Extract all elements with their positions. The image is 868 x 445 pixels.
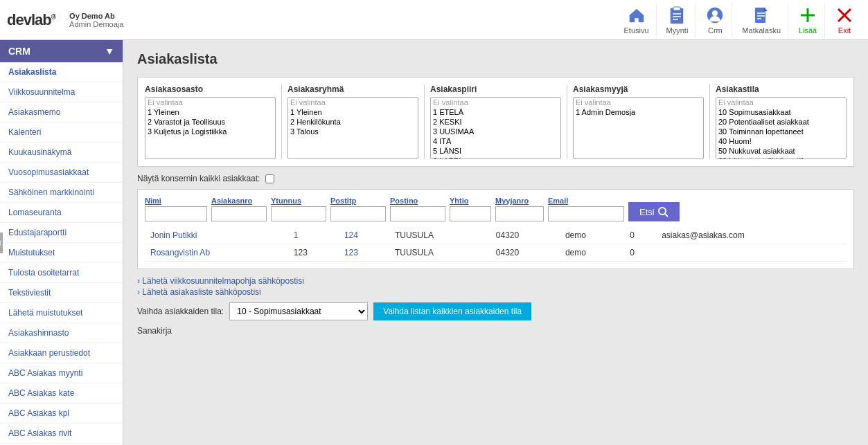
sidebar-item-asiakkaanperustiedot[interactable]: Asiakkaan perustiedot	[0, 343, 123, 363]
logo-text: devlab	[7, 11, 51, 28]
link-viikkosuunnitelma[interactable]: Lähetä viikkosuunnitelmapohja sähköposti…	[137, 276, 854, 286]
search-input-postitp[interactable]	[330, 206, 386, 221]
search-label-email[interactable]: Email	[548, 197, 624, 205]
filter-asiakasosasto-label: Asiakasosasto	[145, 84, 276, 94]
search-label-yhtio[interactable]: Yhtio	[450, 197, 491, 205]
result-nimi[interactable]: Jonin Putikki	[145, 227, 288, 244]
filter-asiakastila-select[interactable]: Ei valintaa 10 Sopimusasiakkaat 20 Poten…	[716, 97, 847, 159]
sidebar-item-abckpl[interactable]: ABC Asiakas kpl	[0, 403, 123, 424]
search-label-postitp[interactable]: Postitp	[330, 197, 386, 205]
change-status-button[interactable]: Vaihda listan kaikkien asiakkaiden tila	[373, 302, 531, 320]
filter-option[interactable]: 1 Admin Demosja	[574, 107, 703, 117]
sanakirja-label: Sanakirja	[137, 326, 854, 336]
status-change-label: Vaihda asiakkaiden tila:	[137, 307, 224, 316]
sidebar-item-edustajaraportti[interactable]: Edustajaraportti	[0, 223, 123, 243]
nav-lisaa[interactable]: Lisää	[791, 3, 825, 37]
search-label-nimi[interactable]: Nimi	[145, 197, 207, 205]
search-button[interactable]: Etsi	[628, 202, 680, 221]
sidebar-module-name: CRM	[8, 46, 30, 57]
filter-option[interactable]: 1 Yleinen	[145, 107, 275, 117]
filter-asiakastila-label: Asiakastila	[716, 84, 847, 94]
sidebar-item-kuukausinavakuma[interactable]: Kuukausinäkymä	[0, 143, 123, 163]
filter-option[interactable]: 3 Talous	[288, 127, 418, 136]
company-user: Admin Demoaja	[69, 20, 123, 28]
result-nimi[interactable]: Rosangvistin Ab	[145, 244, 288, 262]
result-postino: 04320	[490, 244, 560, 262]
filter-option[interactable]: Ei valintaa	[288, 98, 418, 107]
search-input-nimi[interactable]	[145, 206, 207, 221]
search-input-asiakasnro[interactable]	[211, 206, 267, 221]
filter-option[interactable]: 6 LAPPI	[431, 156, 560, 159]
filter-option[interactable]: 30 Toiminnan lopettaneet	[716, 127, 846, 136]
filter-option[interactable]: 1 Yleinen	[288, 107, 418, 117]
filter-option[interactable]: 1 ETELÄ	[431, 107, 560, 117]
page-title: Asiakaslista	[137, 51, 854, 67]
filter-option[interactable]: Ei valintaa	[716, 98, 846, 107]
sidebar-item-vuosisopimusasiakkaat[interactable]: Vuosopimusasiakkaat	[0, 163, 123, 183]
search-label-postino[interactable]: Postino	[390, 197, 445, 205]
konserni-checkbox[interactable]	[265, 174, 274, 183]
filter-option[interactable]: 2 KESKI	[431, 117, 560, 127]
clipboard-icon	[667, 6, 687, 25]
sidebar-item-muistutukset[interactable]: Muistutukset	[0, 243, 123, 263]
nav-exit[interactable]: Exit	[828, 3, 861, 37]
filter-option[interactable]: 60 Lähestyty sähköpostilla	[716, 156, 846, 159]
nav-myynti[interactable]: Myynti	[659, 3, 696, 37]
result-asiakasnro[interactable]: 1	[288, 227, 339, 244]
filter-option[interactable]: Ei valintaa	[574, 98, 703, 107]
nav-etusivu-label: Etusivu	[624, 26, 649, 35]
filter-option[interactable]: 4 ITÄ	[431, 136, 560, 146]
search-field-nimi: Nimi	[145, 197, 207, 221]
filter-asiakaspiiri-select[interactable]: Ei valintaa 1 ETELÄ 2 KESKI 3 UUSIMAA 4 …	[430, 97, 561, 159]
filter-asiakasryhma-select[interactable]: Ei valintaa 1 Yleinen 2 Henkilökunta 3 T…	[287, 97, 418, 159]
sidebar-item-sahkoinenmarkkinointi[interactable]: Sähköinen markkinointi	[0, 183, 123, 203]
filter-option[interactable]: 2 Henkilökunta	[288, 117, 418, 127]
search-input-yhtio[interactable]	[450, 206, 491, 221]
status-change-select[interactable]: 10 - Sopimusasiakkaat 20 - Potentiaalise…	[229, 302, 368, 320]
filter-asiakasMyyjä-select[interactable]: Ei valintaa 1 Admin Demosja	[573, 97, 704, 159]
sidebar-item-tulostaosoitetarrat[interactable]: Tulosta osoitetarrat	[0, 263, 123, 283]
sidebar-item-lomaseuranta[interactable]: Lomaseuranta	[0, 203, 123, 223]
link-asiakaslista[interactable]: Lähetä asiakasliste sähköpostisi	[137, 287, 854, 297]
filter-option[interactable]: 2 Varastot ja Teollisuus	[145, 117, 275, 127]
filter-option[interactable]: 20 Potentiaaliset asiakkaat	[716, 117, 846, 127]
logo: devlab®	[7, 11, 55, 29]
sidebar-item-asiakashinnasto[interactable]: Asiakashinnasto	[0, 323, 123, 343]
nav-lisaa-label: Lisää	[799, 26, 817, 35]
search-label-myyjanro[interactable]: Myyjanro	[495, 197, 544, 205]
sidebar-collapse-tab[interactable]: ◀	[0, 233, 3, 253]
sidebar-item-abckate[interactable]: ABC Asiakas kate	[0, 383, 123, 403]
konserni-label: Näytä konsernin kaikki asiakkaat:	[137, 174, 260, 183]
filter-option[interactable]: Ei valintaa	[145, 98, 275, 107]
search-input-email[interactable]	[548, 206, 624, 221]
filter-option[interactable]: 50 Nukkuvat asiakkaat	[716, 146, 846, 156]
nav-matkalasku[interactable]: Matkalasku	[735, 3, 788, 37]
nav-crm[interactable]: Crm	[698, 3, 732, 37]
sidebar-item-abcmyynti[interactable]: ABC Asiakas myynti	[0, 363, 123, 383]
search-label-asiakasnro[interactable]: Asiakasnro	[211, 197, 267, 205]
sidebar-module-header[interactable]: CRM ▼	[0, 40, 123, 62]
filter-option[interactable]: 3 UUSIMAA	[431, 127, 560, 136]
filter-option[interactable]: 10 Sopimusasiakkaat	[716, 107, 846, 117]
sidebar-item-tekstiviestit[interactable]: Tekstiviestit	[0, 283, 123, 303]
sidebar-item-kalenteri[interactable]: Kalenteri	[0, 122, 123, 143]
filter-asiakasosasto-select[interactable]: Ei valintaa 1 Yleinen 2 Varastot ja Teol…	[145, 97, 276, 159]
nav-etusivu[interactable]: Etusivu	[617, 3, 657, 37]
filter-option[interactable]: 40 Huom!	[716, 136, 846, 146]
sidebar-item-abcrivit[interactable]: ABC Asiakas rivit	[0, 424, 123, 444]
sidebar-item-asiakaslista[interactable]: Asiakaslista	[0, 62, 123, 82]
filter-option[interactable]: Ei valintaa	[431, 98, 560, 107]
filter-option[interactable]: 3 Kuljetus ja Logistiikka	[145, 127, 275, 136]
search-input-ytunnus[interactable]	[271, 206, 326, 221]
filter-option[interactable]: 5 LÄNSI	[431, 146, 560, 156]
sidebar-item-viikkosuunnitelma[interactable]: Viikkosuunnitelma	[0, 82, 123, 102]
sidebar-item-asiakasmemo[interactable]: Asiakasmemo	[0, 102, 123, 122]
search-label-ytunnus[interactable]: Ytunnus	[271, 197, 326, 205]
result-ytunnus[interactable]: 124	[339, 227, 389, 244]
result-ytunnus[interactable]: 123	[339, 244, 389, 262]
search-field-myyjanro: Myyjanro	[495, 197, 544, 221]
search-input-myyjanro[interactable]	[495, 206, 544, 221]
result-postitp: TUUSULA	[389, 227, 490, 244]
search-input-postino[interactable]	[390, 206, 445, 221]
sidebar-item-lahetamuistutukset[interactable]: Lähetä muistutukset	[0, 303, 123, 323]
